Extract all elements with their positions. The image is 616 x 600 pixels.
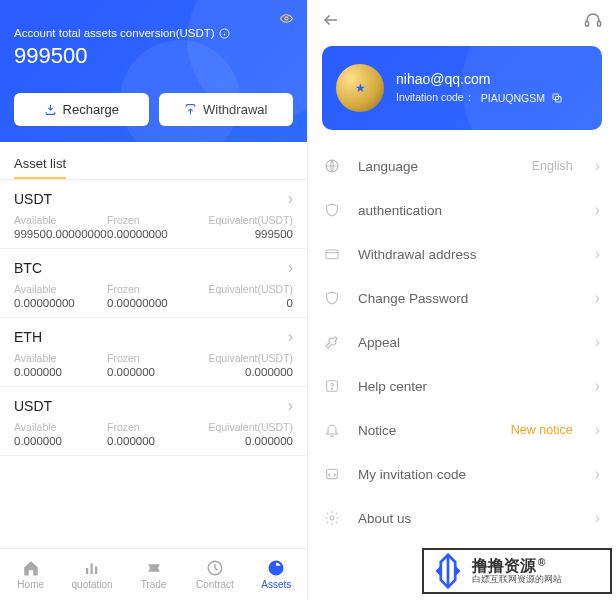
menu-item-change-password[interactable]: Change Password ›: [308, 276, 616, 320]
col-frozen: Frozen: [107, 283, 200, 295]
tab-home[interactable]: Home: [0, 549, 61, 600]
chevron-right-icon: ›: [595, 289, 600, 307]
watermark-logo-icon: [430, 553, 466, 589]
val-equiv: 0.000000: [200, 435, 293, 447]
asset-header[interactable]: BTC ›: [14, 259, 293, 277]
watermark-r: ®: [538, 557, 545, 568]
recharge-button[interactable]: Recharge: [14, 93, 149, 126]
invite-row: Invitation code： PIAUQNGSM: [396, 91, 563, 105]
bell-icon: [324, 422, 344, 438]
code-icon: [324, 466, 344, 482]
hero-amount: 999500: [14, 43, 293, 69]
menu-item-about-us[interactable]: About us ›: [308, 496, 616, 540]
tab-label: Trade: [141, 579, 167, 590]
col-available: Available: [14, 283, 107, 295]
upload-icon: [184, 103, 197, 116]
chevron-right-icon: ›: [595, 465, 600, 483]
hero-title-text: Account total assets conversion(USDT): [14, 27, 215, 39]
val-available: 0.00000000: [14, 297, 107, 309]
wallet-icon: [324, 246, 344, 262]
asset-symbol: USDT: [14, 398, 52, 414]
assets-hero: Account total assets conversion(USDT) 99…: [0, 0, 307, 142]
home-icon: [22, 559, 40, 577]
svg-marker-22: [455, 566, 460, 577]
menu-item-notice[interactable]: Notice New notice ›: [308, 408, 616, 452]
chevron-right-icon: ›: [595, 421, 600, 439]
asset-row: BTC › Available Frozen Equivalent(USDT) …: [0, 249, 307, 318]
menu-item-authentication[interactable]: authentication ›: [308, 188, 616, 232]
withdrawal-label: Withdrawal: [203, 102, 267, 117]
profile-email: nihao@qq.com: [396, 71, 563, 87]
val-available: 999500.00000000: [14, 228, 107, 240]
svg-point-0: [285, 17, 288, 20]
watermark: 撸撸资源 ® 白嫖互联网资源的网站: [422, 548, 612, 594]
menu-label: Appeal: [358, 335, 581, 350]
col-equiv: Equivalent(USDT): [200, 283, 293, 295]
asset-header[interactable]: ETH ›: [14, 328, 293, 346]
wrench-icon: [324, 334, 344, 350]
chevron-right-icon: ›: [288, 259, 293, 277]
chevron-right-icon: ›: [288, 397, 293, 415]
svg-rect-14: [326, 250, 338, 259]
eye-icon[interactable]: [280, 12, 293, 25]
menu-label: authentication: [358, 203, 581, 218]
info-icon[interactable]: [219, 28, 230, 39]
profile-screen: nihao@qq.com Invitation code： PIAUQNGSM …: [308, 0, 616, 600]
menu-item-language[interactable]: Language English ›: [308, 144, 616, 188]
val-equiv: 0.000000: [200, 366, 293, 378]
invite-label: Invitation code：: [396, 91, 475, 105]
menu-label: Notice: [358, 423, 497, 438]
quotation-icon: [83, 559, 101, 577]
menu-label: Help center: [358, 379, 581, 394]
tab-contract[interactable]: Contract: [184, 549, 245, 600]
invite-code: PIAUQNGSM: [481, 92, 545, 104]
tab-label: quotation: [72, 579, 113, 590]
menu-item-withdrawal-address[interactable]: Withdrawal address ›: [308, 232, 616, 276]
val-available: 0.000000: [14, 435, 107, 447]
asset-header[interactable]: USDT ›: [14, 397, 293, 415]
headset-icon[interactable]: [584, 11, 602, 29]
col-equiv: Equivalent(USDT): [200, 214, 293, 226]
svg-rect-6: [95, 567, 97, 575]
menu-item-my-invitation-code[interactable]: My invitation code ›: [308, 452, 616, 496]
menu-label: Language: [358, 159, 518, 174]
chevron-right-icon: ›: [595, 157, 600, 175]
copy-icon[interactable]: [551, 92, 563, 104]
chevron-right-icon: ›: [595, 509, 600, 527]
tab-trade[interactable]: Trade: [123, 549, 184, 600]
svg-rect-10: [598, 22, 601, 27]
back-icon[interactable]: [322, 11, 340, 29]
watermark-sub: 白嫖互联网资源的网站: [472, 575, 562, 585]
svg-rect-4: [86, 568, 88, 574]
col-available: Available: [14, 214, 107, 226]
settings-menu: Language English › authentication › With…: [308, 144, 616, 540]
chevron-right-icon: ›: [288, 190, 293, 208]
globe-icon: [324, 158, 344, 174]
withdrawal-button[interactable]: Withdrawal: [159, 93, 294, 126]
asset-header[interactable]: USDT ›: [14, 190, 293, 208]
asset-row: USDT › Available Frozen Equivalent(USDT)…: [0, 180, 307, 249]
assets-screen: Account total assets conversion(USDT) 99…: [0, 0, 308, 600]
watermark-main: 撸撸资源: [472, 557, 536, 575]
asset-symbol: ETH: [14, 329, 42, 345]
profile-card: nihao@qq.com Invitation code： PIAUQNGSM: [322, 46, 602, 130]
asset-row: USDT › Available Frozen Equivalent(USDT)…: [0, 387, 307, 456]
val-frozen: 0.000000: [107, 366, 200, 378]
asset-symbol: USDT: [14, 191, 52, 207]
shield-icon: [324, 290, 344, 306]
col-equiv: Equivalent(USDT): [200, 352, 293, 364]
tabbar: HomequotationTradeContractAssets: [0, 548, 307, 600]
chevron-right-icon: ›: [595, 333, 600, 351]
tab-quotation[interactable]: quotation: [61, 549, 122, 600]
tab-assets[interactable]: Assets: [246, 549, 307, 600]
menu-label: About us: [358, 511, 581, 526]
menu-item-help-center[interactable]: Help center ›: [308, 364, 616, 408]
col-frozen: Frozen: [107, 214, 200, 226]
val-equiv: 999500: [200, 228, 293, 240]
val-frozen: 0.000000: [107, 435, 200, 447]
val-available: 0.000000: [14, 366, 107, 378]
col-frozen: Frozen: [107, 352, 200, 364]
val-frozen: 0.00000000: [107, 228, 200, 240]
asset-list-title: Asset list: [14, 156, 66, 179]
menu-item-appeal[interactable]: Appeal ›: [308, 320, 616, 364]
